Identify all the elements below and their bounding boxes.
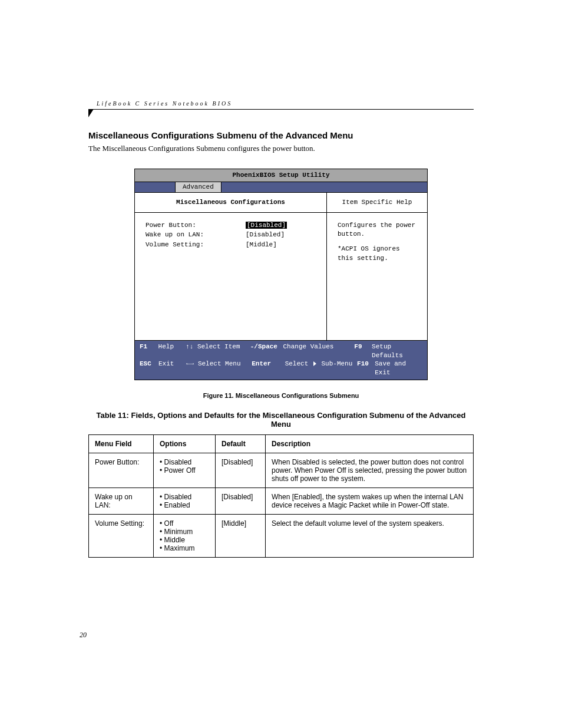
bios-screen: PhoenixBIOS Setup Utility Advanced Misce… xyxy=(134,169,428,380)
table-title: Table 11: Fields, Options and Defaults f… xyxy=(88,411,474,429)
footer-action: Save and Exit xyxy=(375,360,422,377)
bios-menu-bar: Advanced xyxy=(135,182,427,193)
bios-field-value: [Disabled] xyxy=(246,230,285,239)
cell-options: DisabledPower Off xyxy=(154,453,216,488)
bios-title: PhoenixBIOS Setup Utility xyxy=(135,169,427,182)
table-row: Volume Setting:OffMinimumMiddleMaximum[M… xyxy=(89,515,474,558)
bios-footer: F1 Help ↑↓ Select Item -/Space Change Va… xyxy=(135,340,427,380)
fields-table: Menu Field Options Default Description P… xyxy=(88,434,474,558)
help-text-line: *ACPI OS ignores this setting. xyxy=(338,245,416,263)
bios-row-power-button[interactable]: Power Button: [Disabled] xyxy=(146,221,316,230)
option-item: Disabled xyxy=(160,458,209,466)
footer-action: ↑↓ Select Item xyxy=(186,342,250,360)
cell-options: DisabledEnabled xyxy=(154,488,216,515)
cell-menu-field: Power Button: xyxy=(89,453,154,488)
running-header: LifeBook C Series Notebook BIOS xyxy=(88,100,474,107)
cell-description: Select the default volume level of the s… xyxy=(266,515,474,558)
cell-options: OffMinimumMiddleMaximum xyxy=(154,515,216,558)
figure-caption: Figure 11. Miscellaneous Configurations … xyxy=(88,392,474,399)
cell-description: When [Enabled], the system wakes up when… xyxy=(266,488,474,515)
th-menu-field: Menu Field xyxy=(89,435,154,453)
footer-key: F1 xyxy=(140,342,158,360)
option-item: Middle xyxy=(160,536,209,544)
bios-field-label: Wake up on LAN: xyxy=(146,230,246,239)
footer-key: Enter xyxy=(252,360,285,377)
footer-key: -/Space xyxy=(250,342,283,360)
cell-menu-field: Volume Setting: xyxy=(89,515,154,558)
option-item: Enabled xyxy=(160,501,209,509)
footer-action: Help xyxy=(158,342,186,360)
th-options: Options xyxy=(154,435,216,453)
intro-text: The Miscellaneous Configurations Submenu… xyxy=(88,144,474,153)
footer-action: ←→ Select Menu xyxy=(186,360,252,377)
help-title: Item Specific Help xyxy=(327,193,427,213)
footer-action: Exit xyxy=(158,360,186,377)
cell-menu-field: Wake up on LAN: xyxy=(89,488,154,515)
th-default: Default xyxy=(216,435,266,453)
bios-field-value: [Middle] xyxy=(246,241,277,249)
bios-field-label: Volume Setting: xyxy=(146,241,246,249)
cell-default: [Disabled] xyxy=(216,488,266,515)
th-description: Description xyxy=(266,435,474,453)
table-row: Power Button:DisabledPower Off[Disabled]… xyxy=(89,453,474,488)
option-item: Off xyxy=(160,519,209,528)
footer-key: F10 xyxy=(357,360,375,377)
cell-default: [Middle] xyxy=(216,515,266,558)
tab-advanced[interactable]: Advanced xyxy=(175,182,222,192)
page-number: 20 xyxy=(80,631,87,640)
header-rule xyxy=(88,109,474,117)
option-item: Disabled xyxy=(160,493,209,501)
cell-description: When Disabled is selected, the power but… xyxy=(266,453,474,488)
option-item: Minimum xyxy=(160,528,209,536)
cell-default: [Disabled] xyxy=(216,453,266,488)
bios-row-wake-on-lan[interactable]: Wake up on LAN: [Disabled] xyxy=(146,230,316,239)
footer-key: F9 xyxy=(354,342,372,360)
triangle-right-icon xyxy=(313,361,316,366)
footer-action: Change Values xyxy=(283,342,355,360)
table-row: Wake up on LAN:DisabledEnabled[Disabled]… xyxy=(89,488,474,515)
footer-action: Select Sub-Menu xyxy=(285,360,357,377)
section-title: Miscellaneous Configurations Submenu of … xyxy=(88,130,474,140)
bios-row-volume[interactable]: Volume Setting: [Middle] xyxy=(146,241,316,249)
footer-key: ESC xyxy=(140,360,158,377)
help-text-line: Configures the power button. xyxy=(338,221,416,239)
footer-action: Setup Defaults xyxy=(372,342,422,360)
bios-field-label: Power Button: xyxy=(146,221,246,230)
triangle-icon xyxy=(88,109,94,117)
option-item: Maximum xyxy=(160,544,209,552)
option-item: Power Off xyxy=(160,466,209,475)
bios-field-value: [Disabled] xyxy=(246,222,287,229)
submenu-title: Miscellaneous Configurations xyxy=(135,193,326,213)
